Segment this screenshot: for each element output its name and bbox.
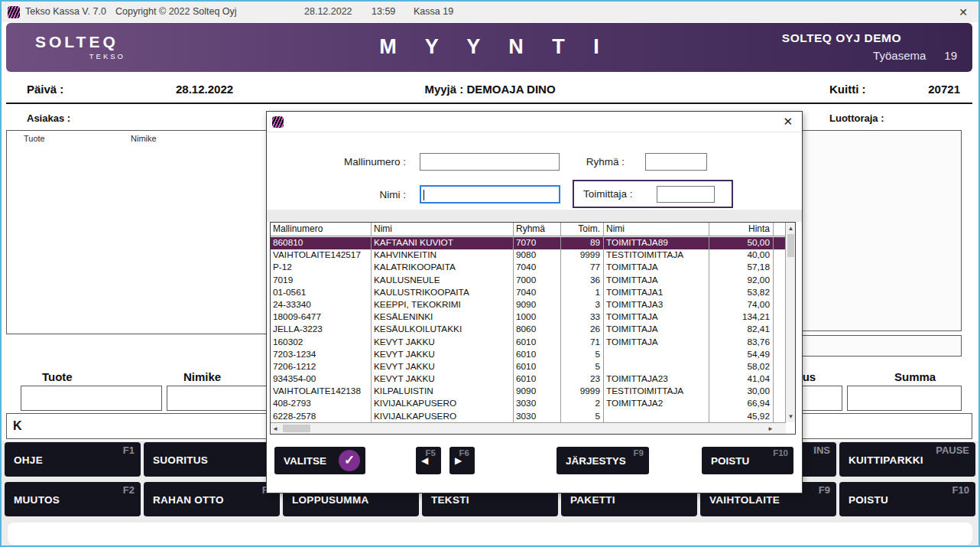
table-row[interactable]: 160302KEVYT JAKKU601071TOIMITTAJA83,76 [271,337,785,349]
fkey-label: LOPPUSUMMA [292,493,369,505]
table-row[interactable]: 18009-6477KESÄLENINKI100033TOIMITTAJA134… [271,311,785,324]
table-row-selected[interactable]: 860810KAFTAANI KUVIOT707089TOIMITTAJA895… [271,237,785,249]
next-page-button[interactable]: ▶ F6 [449,447,475,474]
fkey-poistu[interactable]: POISTUF10 [839,482,975,516]
cell: 7206-1212 [271,361,372,373]
table-row[interactable]: P-12KALATRIKOOPAITA704077TOIMITTAJA57,18 [271,262,785,274]
nimi-field[interactable] [420,185,560,203]
fkey-muutos[interactable]: MUUTOSF2 [5,482,141,516]
cell-filler [774,361,785,373]
product-search-dialog: ✕ Mallinumero : Ryhmä : Nimi : Toimittaj… [266,111,803,493]
fkey-suoritus[interactable]: SUORITUS [144,442,280,477]
receipt-value: 20721 [928,83,960,96]
table-row[interactable]: 934354-00KEVYT JAKKU601023TOIMITTAJA2341… [271,373,785,386]
entry-tuote-field[interactable] [21,386,162,411]
cell: 45,92 [709,411,774,423]
table-row[interactable]: JELLA-3223KESÄULKOILUTAKKI806026TOIMITTA… [271,324,785,336]
ryhma-field[interactable] [645,153,707,171]
mallinumero-field[interactable] [420,153,560,171]
cell-filler [774,337,785,349]
dialog-logo-icon [272,116,284,128]
entry-summa-field[interactable] [847,386,962,411]
cell: KAULUSNEULE [372,275,514,287]
scroll-up-icon[interactable]: ▲ [786,225,796,232]
cell: KEVYT JAKKU [372,349,514,361]
cell-filler [774,398,785,410]
toimittaja-label: Toimittaja : [583,188,633,200]
cell: KILPALUISTIN [372,386,514,398]
cell: 71 [561,337,604,349]
cell: 6228-2578 [271,411,372,423]
cell: 6010 [514,361,561,373]
fkey-rahan-otto[interactable]: RAHAN OTTOF4 [144,482,280,516]
cell: 24-33340 [271,299,372,311]
cell: 6010 [514,373,561,386]
cell-filler [774,349,785,361]
table-row[interactable]: 408-2793KIVIJALKAPUSERO30302TOIMITTAJA26… [271,398,785,410]
table-row[interactable]: 7203-1234KEVYT JAKKU6010554,49 [271,349,785,361]
workstation-info: Työasema19 [873,49,957,62]
check-icon: ✓ [339,450,360,471]
window-titlebar: Tekso Kassa V. 7.0 Copyright © 2022 Solt… [2,2,978,22]
cell: 8060 [514,324,561,336]
cell: 9090 [514,299,561,311]
scroll-right-icon[interactable]: ► [767,425,774,432]
fkey-label: OHJE [14,454,43,465]
jarjestys-button[interactable]: JÄRJESTYS F9 [557,447,649,474]
cell: P-12 [271,262,372,274]
scroll-left-icon[interactable]: ◄ [272,425,278,432]
fkey-ohje[interactable]: OHJEF1 [5,442,141,477]
cell: 5 [561,411,604,423]
toimittaja-field[interactable] [657,186,715,203]
scroll-down-icon[interactable]: ▼ [786,413,796,420]
cell: 6010 [514,349,561,361]
cell-filler [774,237,785,249]
cell: 77 [561,262,604,274]
cell: 7019 [271,275,372,287]
column-header-1[interactable]: Nimi [372,223,514,236]
mallinumero-label: Mallinumero : [314,156,406,168]
fkey-hotkey: F10 [952,484,969,496]
column-header-0[interactable]: Mallinumero [271,223,372,236]
cell: 36 [561,275,604,287]
column-header-2[interactable]: Ryhmä [514,223,561,236]
horizontal-scrollbar[interactable]: ◄ ► [271,422,786,434]
vertical-scrollbar[interactable]: ▲ ▼ [785,223,795,422]
fkey-label: POISTU [849,493,888,505]
window-close-icon[interactable]: ✕ [959,6,968,18]
cell: KESÄLENINKI [372,311,514,324]
dialog-close-icon[interactable]: ✕ [783,115,793,129]
table-row[interactable]: 7206-1212KEVYT JAKKU6010558,02 [271,361,785,373]
cell: 66,94 [709,398,774,410]
app-title: Tekso Kassa V. 7.0 [25,6,106,17]
table-row[interactable]: VAIHTOLAITE142517KAHVINKEITIN90809999TES… [271,249,785,262]
company-name: SOLTEQ OYJ DEMO [782,31,901,45]
table-row[interactable]: VAIHTOLAITE142138KILPALUISTIN90909999TES… [271,386,785,398]
table-row[interactable]: 01-0561KAULUSTRIKOOPAITA70401TOIMITTAJA1… [271,287,785,299]
table-row[interactable]: 24-33340KEEPPI, TEKOKRIMI90903TOIMITTAJA… [271,299,785,311]
dialog-poistu-button[interactable]: POISTU F10 [702,447,793,474]
fkey-label: VAIHTOLAITE [709,493,780,505]
cell: KESÄULKOILUTAKKI [372,324,514,336]
horizontal-scroll-thumb[interactable] [283,425,310,432]
table-row[interactable]: 6228-2578KIVIJALKAPUSERO3030545,92 [271,411,785,423]
column-header-3[interactable]: Toim. [561,223,604,236]
cell: 9090 [514,386,561,398]
dialog-titlebar[interactable]: ✕ [267,112,802,132]
prev-page-button[interactable]: ◀ F5 [416,447,441,474]
nimi-label: Nimi : [314,189,406,200]
cell: 7040 [514,287,561,299]
cell: TOIMITTAJA [604,311,709,324]
fkey-kuittiparkki[interactable]: KUITTIPARKKIPAUSE [839,442,975,477]
table-row[interactable]: 7019KAULUSNEULE700036TOIMITTAJA92,00 [271,275,785,287]
valitse-button[interactable]: VALITSE ✓ [274,447,365,474]
toimittaja-group: Toimittaja : [573,180,733,208]
dialog-poistu-label: POISTU [711,455,749,467]
vertical-scroll-thumb[interactable] [787,234,794,257]
column-header-4[interactable]: Nimi [604,223,709,236]
cell [604,411,709,423]
cell: TOIMITTAJA [604,337,709,349]
cell: VAIHTOLAITE142517 [271,249,372,262]
column-header-5[interactable]: Hinta [709,223,774,236]
cell: 92,00 [709,275,774,287]
